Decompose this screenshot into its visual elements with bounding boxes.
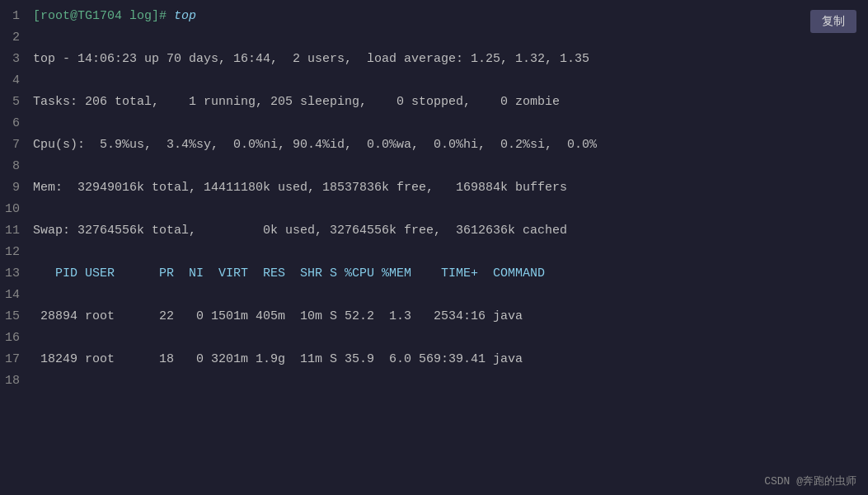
line-number: 14 [0,285,33,304]
watermark: CSDN @奔跑的虫师 [764,474,856,488]
terminal-line: 2 [0,28,868,50]
line-text: Cpu(s): 5.9%us, 3.4%sy, 0.0%ni, 90.4%id,… [33,135,855,154]
terminal-line: 8 [0,157,868,178]
prompt: [root@TG1704 log]# [33,9,174,23]
terminal-line: 12 [0,243,868,264]
terminal-line: 18 [0,371,868,393]
line-text: Swap: 32764556k total, 0k used, 32764556… [33,221,855,240]
terminal-line: 17 18249 root 18 0 3201m 1.9g 11m S 35.9… [0,350,868,371]
line-number: 7 [0,135,33,154]
line-number: 16 [0,328,33,347]
terminal-window: 复制 1[root@TG1704 log]# top23top - 14:06:… [0,0,868,495]
terminal-line: 10 [0,200,868,221]
line-text: top - 14:06:23 up 70 days, 16:44, 2 user… [33,50,855,68]
line-number: 13 [0,264,33,283]
terminal-line: 16 [0,328,868,350]
line-number: 2 [0,28,33,47]
line-text: 28894 root 22 0 1501m 405m 10m S 52.2 1.… [33,307,855,326]
line-number: 4 [0,71,33,90]
line-number: 11 [0,221,33,240]
terminal-line: 5Tasks: 206 total, 1 running, 205 sleepi… [0,92,868,114]
terminal-line: 4 [0,71,868,92]
terminal-line: 3top - 14:06:23 up 70 days, 16:44, 2 use… [0,50,868,71]
line-number: 8 [0,157,33,176]
command-text: top [174,9,196,23]
line-text: PID USER PR NI VIRT RES SHR S %CPU %MEM … [33,264,855,283]
terminal-line: 7Cpu(s): 5.9%us, 3.4%sy, 0.0%ni, 90.4%id… [0,135,868,157]
line-number: 9 [0,178,33,197]
line-number: 18 [0,371,33,390]
terminal-line: 11Swap: 32764556k total, 0k used, 327645… [0,221,868,243]
terminal-line: 6 [0,114,868,135]
line-number: 1 [0,7,33,26]
line-number: 17 [0,350,33,369]
line-text: 18249 root 18 0 3201m 1.9g 11m S 35.9 6.… [33,350,855,369]
terminal-line: 1[root@TG1704 log]# top [0,7,868,28]
line-number: 15 [0,307,33,326]
terminal-line: 15 28894 root 22 0 1501m 405m 10m S 52.2… [0,307,868,328]
line-text: [root@TG1704 log]# top [33,7,855,26]
terminal-content: 1[root@TG1704 log]# top23top - 14:06:23 … [0,0,868,399]
line-number: 5 [0,92,33,111]
line-number: 12 [0,243,33,262]
line-text: Tasks: 206 total, 1 running, 205 sleepin… [33,92,855,111]
copy-button[interactable]: 复制 [810,10,856,33]
line-number: 10 [0,200,33,219]
terminal-line: 9Mem: 32949016k total, 14411180k used, 1… [0,178,868,200]
terminal-line: 14 [0,285,868,307]
terminal-line: 13 PID USER PR NI VIRT RES SHR S %CPU %M… [0,264,868,285]
line-number: 3 [0,50,33,68]
line-text: Mem: 32949016k total, 14411180k used, 18… [33,178,855,197]
line-number: 6 [0,114,33,133]
